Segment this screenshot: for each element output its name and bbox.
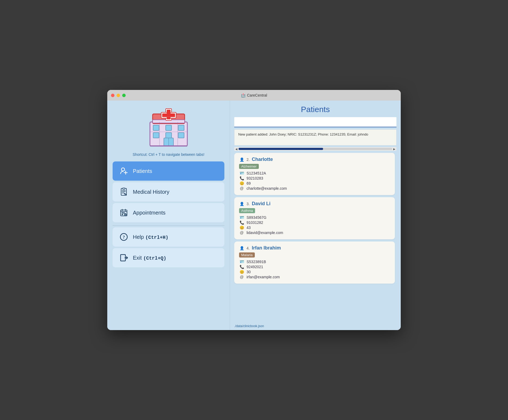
page-title: Patients [234,105,396,114]
scroll-track [239,148,392,150]
patient-nric-row: 🪪 S5323891B [239,260,390,264]
scroll-thumb[interactable] [239,148,323,150]
patient-nric-row: 🪪 S8934567G [239,215,390,220]
sidebar-item-medical-history[interactable]: Medical History [113,182,224,201]
svg-rect-10 [166,133,172,138]
patients-label: Patients [133,168,152,174]
patients-list: 👤 2. Charlotte Alzheimer 🪪 S1234512A 📞 9… [234,153,396,323]
patient-phone-row: 📞 93210283 [239,176,390,180]
patient-number: 4. [247,246,250,250]
main-content: Patients New patient added: John Doey; N… [230,101,401,330]
patient-name: Irfan Ibrahim [252,245,281,251]
person-icon: 👤 [239,246,244,250]
exit-label: Exit (Ctrl+Q) [133,255,166,261]
patient-email-row: @ irfan@example.com [239,275,390,279]
patient-age-row: 😊 43 [239,225,390,230]
condition-badge: Malaria [239,252,255,257]
window-body: Shortcut: Ctrl + T to navigate between t… [107,101,401,330]
sidebar-item-appointments[interactable]: Appointments [113,203,224,222]
svg-rect-37 [122,214,123,215]
patient-age-row: 😊 30 [239,270,390,274]
patient-nric: S5323891B [247,260,266,264]
scroll-left-arrow[interactable]: ◀ [234,148,239,150]
patient-phone: 92492021 [247,265,263,269]
help-icon: ? [119,232,129,242]
sidebar-item-exit[interactable]: Exit (Ctrl+Q) [113,248,224,267]
email-icon: @ [239,186,244,191]
patient-number: 3. [247,202,250,206]
patient-email-row: @ lidavid@example.com [239,231,390,235]
svg-rect-9 [166,125,172,130]
title-bar: 🏥 CareCentral [107,90,401,101]
svg-rect-12 [178,133,184,138]
svg-rect-8 [153,133,159,138]
sidebar-item-patients[interactable]: Patients [113,161,224,181]
svg-text:?: ? [123,235,125,239]
appointments-icon [119,208,129,217]
patient-nric-row: 🪪 S1234512A [239,171,390,175]
svg-rect-36 [123,212,125,213]
notification-bar: New patient added: John Doey; NRIC: S123… [234,129,396,145]
sidebar: Shortcut: Ctrl + T to navigate between t… [107,101,230,330]
nav-items: Patients [113,161,224,269]
age-icon: 😊 [239,270,244,274]
horizontal-scrollbar[interactable]: ◀ ▶ [234,147,396,151]
id-icon: 🪪 [239,171,244,175]
patient-age: 43 [247,225,251,230]
scroll-right-arrow[interactable]: ▶ [392,148,396,150]
patient-age: 30 [247,270,251,274]
condition-badge: Alzheimer [239,164,259,169]
patient-name-row: 👤 4. Irfan Ibrahim [239,245,390,251]
svg-point-39 [125,214,126,215]
patient-number: 2. [247,157,250,162]
patient-phone: 93210283 [247,176,263,180]
help-label: Help (Ctrl+H) [133,234,168,240]
exit-icon [119,253,129,263]
svg-rect-11 [178,125,184,130]
person-icon: 👤 [239,202,244,206]
patient-nric: S8934567G [247,215,267,220]
patient-name-row: 👤 2. Charlotte [239,157,390,162]
nav-separator [113,225,224,226]
svg-rect-15 [150,145,187,146]
phone-icon: 📞 [239,220,244,225]
shortcut-hint: Shortcut: Ctrl + T to navigate between t… [133,152,204,157]
phone-icon: 📞 [239,265,244,269]
sidebar-item-help[interactable]: ? Help (Ctrl+H) [113,227,224,247]
medical-history-icon [119,187,129,197]
condition-badge: Asthma [239,208,255,213]
appointments-label: Appointments [133,210,165,216]
age-icon: 😊 [239,181,244,185]
patient-email-row: @ charlotte@example.com [239,186,390,191]
close-button[interactable] [111,94,114,97]
search-input[interactable] [234,117,396,127]
patient-phone-row: 📞 92492021 [239,265,390,269]
email-icon: @ [239,231,244,235]
patient-card: 👤 2. Charlotte Alzheimer 🪪 S1234512A 📞 9… [234,153,395,195]
patients-icon [119,166,129,176]
id-icon: 🪪 [239,260,244,264]
patient-name-row: 👤 3. David Li [239,201,390,207]
title-icon: 🏥 [241,93,245,97]
minimize-button[interactable] [117,94,120,97]
svg-point-20 [121,168,125,171]
svg-rect-7 [153,125,159,130]
maximize-button[interactable] [122,94,126,97]
medical-history-label: Medical History [133,189,169,195]
hospital-logo [145,106,193,149]
patient-age-row: 😊 69 [239,181,390,185]
svg-rect-28 [123,188,125,189]
patient-nric: S1234512A [247,171,266,175]
window-title: 🏥 CareCentral [241,93,267,97]
patient-phone-row: 📞 91031282 [239,220,390,225]
patient-name: David Li [252,201,271,207]
status-footer: ./data/clinicbook.json [234,323,396,328]
svg-rect-35 [122,212,123,213]
app-window: 🏥 CareCentral [107,90,401,330]
patient-email: lidavid@example.com [247,231,283,235]
age-icon: 😊 [239,225,244,230]
patient-name: Charlotte [252,157,273,162]
email-icon: @ [239,275,244,279]
patient-card: 👤 3. David Li Asthma 🪪 S8934567G 📞 91031… [234,197,395,239]
patient-email: irfan@example.com [247,275,280,279]
